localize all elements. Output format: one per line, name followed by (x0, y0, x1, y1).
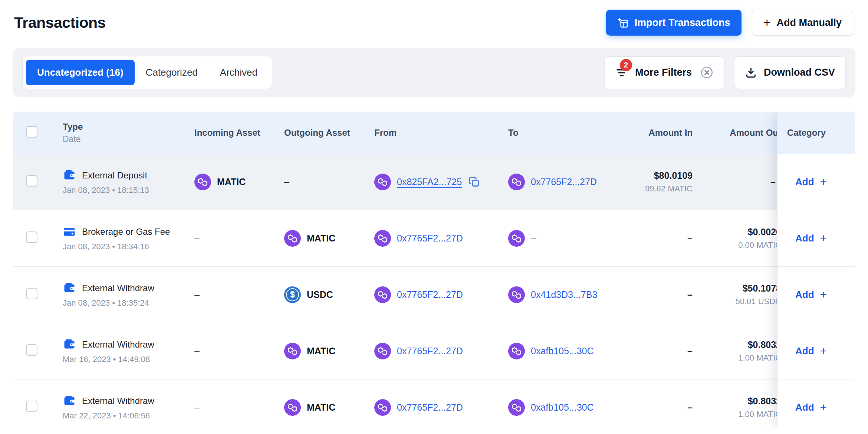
incoming-asset: – (194, 346, 200, 356)
row-checkbox[interactable] (26, 288, 37, 299)
column-header-category: Category (777, 112, 855, 154)
row-checkbox[interactable] (26, 231, 37, 243)
matic-icon (284, 343, 301, 359)
row-checkbox[interactable] (26, 344, 37, 356)
row-checkbox[interactable] (26, 401, 37, 412)
amount-out-qty: 1.00 MATIC (729, 353, 781, 363)
gas-fee-icon (63, 225, 76, 239)
category-column: Category Add + Add + Add + Add + (777, 112, 855, 428)
transaction-type: External Withdraw (82, 339, 154, 350)
column-header-incoming-asset: Incoming Asset (181, 128, 271, 138)
from-address-link[interactable]: 0x7765F2...27D (397, 346, 463, 356)
tab-archived[interactable]: Archived (209, 60, 269, 85)
to-address-link[interactable]: 0xafb105...30C (531, 346, 594, 356)
add-manually-label: Add Manually (776, 17, 842, 29)
to-address: – (531, 233, 536, 244)
column-header-from: From (361, 128, 495, 138)
table-row[interactable]: External Withdraw Jan 08, 2023 • 18:35:2… (13, 267, 855, 323)
filter-actions: 2 More Filters Download CSV (604, 56, 846, 89)
copy-icon (468, 176, 480, 188)
outgoing-asset: MATIC (307, 346, 335, 356)
transactions-table: Type Date Incoming Asset Outgoing Asset … (13, 112, 855, 428)
amount-in-fiat: $80.0109 (636, 170, 693, 181)
transaction-date: Mar 16, 2023 • 14:49:08 (63, 355, 181, 364)
from-address-link[interactable]: 0x7765F2...27D (397, 402, 463, 413)
add-category-label: Add (795, 345, 814, 357)
add-category-label: Add (795, 176, 814, 188)
transaction-type: Brokerage or Gas Fee (82, 227, 170, 237)
plus-icon: + (820, 288, 827, 302)
matic-icon (284, 230, 301, 247)
amount-out-fiat: $50.1078 (729, 283, 781, 294)
clear-filters-icon[interactable] (700, 66, 714, 79)
transaction-type: External Withdraw (82, 283, 154, 293)
table-row[interactable]: External Withdraw Mar 22, 2023 • 14:06:5… (13, 379, 855, 428)
transaction-date: Mar 22, 2023 • 14:06:56 (63, 411, 181, 421)
top-bar: Transactions Import Transactions + Add M… (0, 0, 868, 43)
add-manually-button[interactable]: + Add Manually (752, 10, 853, 36)
copy-address-button[interactable] (468, 176, 480, 188)
table-row[interactable]: Brokerage or Gas Fee Jan 08, 2023 • 18:3… (13, 210, 855, 267)
outgoing-asset: MATIC (307, 402, 335, 413)
add-category-button[interactable]: Add + (795, 345, 827, 358)
more-filters-button[interactable]: 2 More Filters (604, 56, 724, 89)
transaction-date: Jan 08, 2023 • 18:35:24 (63, 298, 181, 308)
amount-in-fiat: – (636, 289, 693, 300)
add-category-button[interactable]: Add + (795, 232, 827, 245)
add-category-button[interactable]: Add + (795, 401, 827, 414)
add-category-button[interactable]: Add + (795, 175, 827, 189)
amount-out-qty: 0.00 MATIC (729, 240, 781, 250)
polygon-chain-icon (508, 399, 525, 416)
plus-icon: + (820, 401, 827, 414)
polygon-chain-icon (374, 399, 391, 416)
more-filters-label: More Filters (635, 67, 692, 78)
incoming-asset: – (194, 289, 200, 300)
to-address-link[interactable]: 0x41d3D3...7B3 (531, 289, 597, 300)
amount-out-qty: 50.01 USDC (729, 297, 781, 306)
download-csv-button[interactable]: Download CSV (734, 56, 846, 89)
column-header-to: To (495, 128, 636, 138)
column-header-outgoing-asset: Outgoing Asset (271, 128, 361, 138)
amount-in-qty: 99.62 MATIC (636, 184, 693, 194)
import-icon (617, 17, 629, 29)
tab-uncategorized[interactable]: Uncategorized (16) (26, 60, 135, 85)
amount-out-fiat: – (729, 177, 776, 187)
tab-categorized[interactable]: Categorized (135, 60, 209, 85)
amount-out-fiat: $0.0026 (729, 227, 781, 237)
column-header-type: Type (63, 122, 181, 132)
from-address-link[interactable]: 0x7765F2...27D (397, 233, 463, 244)
transaction-type: External Withdraw (82, 396, 154, 406)
column-header-amount-in: Amount In (636, 128, 729, 138)
polygon-chain-icon (374, 174, 391, 190)
add-category-button[interactable]: Add + (795, 288, 827, 302)
incoming-asset: – (194, 233, 200, 243)
external-deposit-icon (63, 169, 76, 182)
plus-icon: + (820, 345, 827, 358)
external-withdraw-icon (63, 394, 76, 408)
select-all-checkbox[interactable] (26, 126, 37, 138)
plus-icon: + (763, 16, 771, 29)
filter-icon: 2 (615, 66, 628, 79)
to-address-link[interactable]: 0xafb105...30C (531, 402, 594, 413)
polygon-chain-icon (374, 230, 391, 247)
download-csv-label: Download CSV (764, 67, 835, 78)
import-transactions-button[interactable]: Import Transactions (606, 10, 742, 36)
polygon-chain-icon (374, 286, 391, 303)
status-tabs: Uncategorized (16) Categorized Archived (22, 56, 272, 89)
amount-in-fiat: – (636, 233, 693, 244)
to-address-link[interactable]: 0x7765F2...27D (531, 177, 597, 187)
filter-count-badge: 2 (620, 59, 632, 71)
table-row[interactable]: External Withdraw Mar 16, 2023 • 14:49:0… (13, 323, 855, 379)
from-address-link[interactable]: 0x825FA2...725 (397, 177, 462, 187)
amount-out-fiat: $0.8032 (729, 339, 781, 350)
outgoing-asset: USDC (307, 289, 333, 300)
transaction-type: External Deposit (82, 170, 147, 181)
polygon-chain-icon (508, 230, 525, 247)
from-address-link[interactable]: 0x7765F2...27D (397, 289, 463, 300)
outgoing-asset: MATIC (307, 233, 335, 244)
polygon-chain-icon (508, 286, 525, 303)
page-title: Transactions (14, 14, 106, 32)
table-row[interactable]: External Deposit Jan 08, 2023 • 18:15:13… (13, 154, 855, 210)
row-checkbox[interactable] (26, 175, 37, 187)
incoming-asset: – (194, 402, 200, 412)
